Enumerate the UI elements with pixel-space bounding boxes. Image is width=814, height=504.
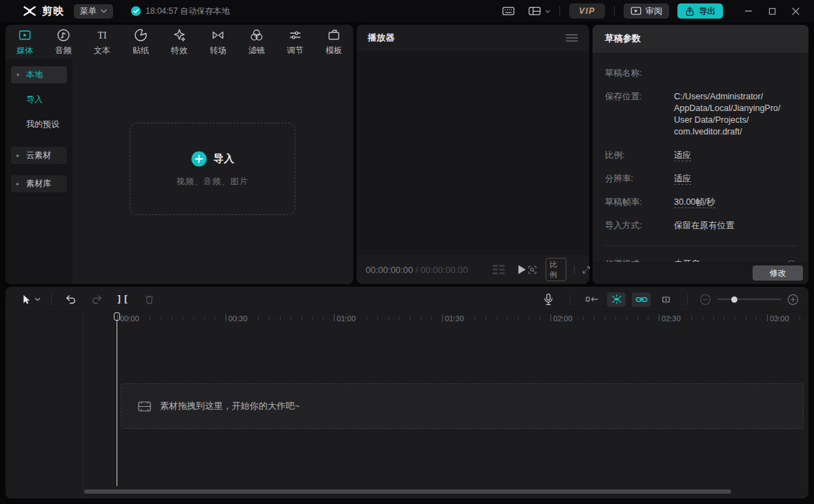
sidebar-item-material-library[interactable]: ▸ 素材库 [11, 175, 67, 192]
ruler-minor-tick [735, 316, 735, 320]
tab-sticker[interactable]: 贴纸 [121, 28, 160, 57]
triangle-right-icon: ▸ [17, 152, 22, 159]
fullscreen-icon[interactable] [582, 264, 591, 276]
close-button[interactable] [784, 0, 807, 22]
record-voice-button[interactable] [539, 290, 558, 308]
export-icon [685, 6, 695, 17]
media-library-panel: 媒体 音频 TI 文本 贴纸 [6, 25, 353, 284]
maximize-button[interactable] [760, 0, 784, 22]
preview-axis-toggle[interactable] [657, 292, 675, 307]
menu-button[interactable]: 菜单 [74, 4, 113, 19]
auto-snap-toggle[interactable] [607, 292, 626, 307]
field-value[interactable]: 适应 [674, 174, 691, 185]
sidebar-item-import[interactable]: 导入 [11, 89, 67, 110]
sidebar-item-label: 素材库 [26, 178, 51, 190]
ruler-minor-tick [410, 316, 410, 320]
player-menu-icon[interactable] [566, 34, 578, 42]
layout-caret-icon[interactable] [545, 10, 550, 13]
film-icon [138, 401, 151, 412]
link-icon [635, 295, 648, 304]
ruler-major-tick [334, 314, 335, 321]
split-button[interactable]: ][ [110, 290, 136, 308]
ruler-minor-tick [562, 316, 562, 320]
ruler-minor-tick [421, 316, 421, 320]
tab-transition[interactable]: 转场 [199, 28, 237, 57]
toolbar-divider [51, 294, 52, 305]
timecode-total: 00:00:00:00 [421, 265, 468, 275]
layout-switch-icon[interactable] [528, 6, 542, 17]
chevron-down-icon[interactable] [34, 297, 41, 301]
toolbar-divider [687, 294, 688, 305]
player-title: 播放器 [368, 32, 395, 44]
preview-axis-icon [660, 294, 672, 305]
ruler-label: 01:30 [445, 314, 464, 323]
main-track-magnet-icon [585, 294, 599, 304]
undo-button[interactable] [57, 290, 83, 308]
ruler-minor-tick [237, 316, 237, 320]
sidebar-item-cloud-material[interactable]: ▸ 云素材 [11, 147, 67, 164]
shortcut-keyboard-icon[interactable] [502, 6, 515, 17]
plus-circle-icon [191, 151, 207, 167]
tab-media[interactable]: 媒体 [6, 28, 44, 57]
preview-quality-icon[interactable] [493, 265, 505, 274]
sidebar-item-label: 导入 [26, 94, 43, 105]
tab-template[interactable]: 模板 [315, 28, 353, 57]
media-sidebar: ▾ 本地 导入 我的预设 ▸ 云素材 ▸ 素材库 [6, 59, 72, 284]
preview-zoom-icon[interactable] [527, 263, 537, 276]
tab-adjust[interactable]: 调节 [276, 28, 315, 57]
tab-filter[interactable]: 滤镜 [237, 28, 276, 57]
field-value[interactable]: 30.00帧/秒 [674, 197, 715, 208]
play-button[interactable] [516, 264, 527, 275]
ruler-major-tick [550, 314, 551, 321]
ruler-minor-tick [680, 316, 681, 320]
timeline-ruler[interactable]: 00:0000:3001:0001:3002:0002:3003:00 [83, 312, 806, 325]
ruler-minor-tick [475, 316, 475, 320]
review-button[interactable]: 审阅 [624, 3, 669, 19]
main-track-magnet-toggle[interactable] [582, 292, 601, 307]
tab-effects[interactable]: 特效 [160, 28, 199, 57]
draft-row-save-location: 保存位置: C:/Users/Administrator/ AppData/Lo… [605, 91, 796, 138]
timeline-zoom-slider[interactable] [717, 294, 781, 304]
zoom-out-icon[interactable] [699, 294, 711, 305]
zoom-in-icon[interactable] [787, 294, 799, 305]
delete-button[interactable] [136, 290, 162, 308]
vip-button[interactable]: VIP [569, 3, 605, 19]
ruler-minor-tick [453, 316, 454, 320]
modify-button[interactable]: 修改 [753, 265, 803, 281]
check-circle-icon [131, 6, 141, 16]
ruler-minor-tick [583, 316, 584, 320]
tab-audio[interactable]: 音频 [44, 28, 83, 57]
draft-panel-header: 草稿参数 [593, 25, 808, 52]
slider-handle[interactable] [731, 296, 737, 303]
field-value[interactable]: 适应 [674, 150, 691, 161]
autosave-text: 18:04:57 自动保存本地 [146, 6, 230, 17]
ruler-minor-tick [366, 316, 367, 320]
track-dropzone[interactable]: 素材拖拽到这里，开始你的大作吧~ [121, 383, 804, 429]
triangle-right-icon: ▸ [17, 181, 22, 187]
ruler-minor-tick [529, 316, 530, 320]
link-toggle[interactable] [632, 292, 651, 307]
select-tool-button[interactable] [15, 294, 46, 305]
export-button[interactable]: 导出 [677, 3, 723, 19]
microphone-icon [543, 293, 554, 306]
draft-row-framerate: 草稿帧率: 30.00帧/秒 [605, 196, 796, 208]
draft-row-resolution: 分辨率: 适应 [605, 173, 796, 185]
draft-panel-title: 草稿参数 [605, 32, 641, 45]
import-dropzone[interactable]: 导入 视频、音频、图片 [130, 123, 295, 215]
timeline-panel: ][ [6, 287, 808, 498]
ruler-minor-tick [713, 316, 714, 320]
sidebar-item-my-presets[interactable]: 我的预设 [11, 114, 67, 134]
redo-button[interactable] [83, 290, 110, 308]
tab-text[interactable]: TI 文本 [83, 28, 121, 57]
filter-icon [249, 28, 264, 43]
ruler-minor-tick [637, 316, 638, 320]
ratio-button[interactable]: 比例 [546, 258, 566, 281]
ruler-minor-tick [377, 316, 378, 320]
timeline-scrollbar[interactable] [84, 490, 731, 494]
playhead[interactable] [114, 312, 121, 486]
ruler-minor-tick [215, 316, 215, 320]
auto-snap-icon [610, 294, 623, 305]
sidebar-item-local[interactable]: ▾ 本地 [11, 66, 67, 83]
ruler-minor-tick [670, 316, 671, 320]
minimize-button[interactable] [737, 0, 760, 22]
